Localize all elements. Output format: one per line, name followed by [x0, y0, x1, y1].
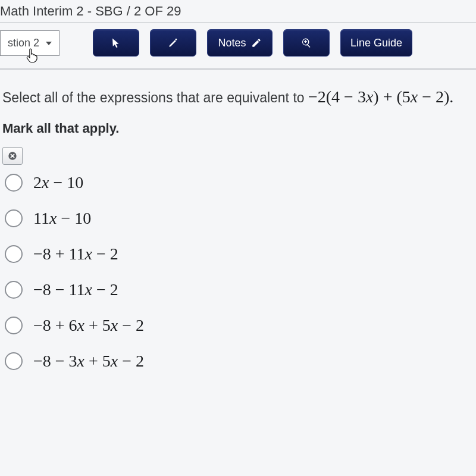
answer-option-6[interactable]: −8 − 3x + 5x − 2 — [5, 352, 476, 371]
line-guide-button[interactable]: Line Guide — [340, 29, 412, 57]
radio-icon — [5, 245, 23, 263]
answer-option-1[interactable]: 2x − 10 — [5, 173, 476, 192]
instruction-text: Mark all that apply. — [2, 121, 476, 136]
clear-answer-button[interactable] — [2, 147, 23, 165]
zoom-in-icon — [301, 37, 312, 48]
prompt-expression: −2(4 − 3x) + (5x − 2). — [308, 87, 453, 106]
line-guide-label: Line Guide — [350, 37, 402, 49]
option-expression: −8 + 11x − 2 — [33, 245, 118, 264]
answer-option-5[interactable]: −8 + 6x + 5x − 2 — [5, 316, 476, 335]
option-expression: −8 − 3x + 5x − 2 — [33, 352, 144, 371]
radio-icon — [5, 174, 23, 192]
toolbar: stion 2 Notes Line Guide — [0, 23, 476, 70]
question-selector-label: stion 2 — [8, 37, 39, 49]
question-content: Select all of the expressions that are e… — [0, 70, 476, 371]
option-expression: −8 + 6x + 5x − 2 — [33, 316, 144, 335]
prompt-prefix: Select all of the expressions that are e… — [2, 90, 308, 105]
pencil-icon — [168, 37, 178, 48]
notes-button[interactable]: Notes — [207, 29, 273, 57]
zoom-button[interactable] — [283, 29, 330, 57]
radio-icon — [5, 352, 23, 370]
option-expression: 2x − 10 — [33, 173, 83, 192]
question-selector-button[interactable]: stion 2 — [0, 30, 60, 56]
radio-icon — [5, 317, 23, 334]
edit-note-icon — [251, 37, 262, 48]
radio-icon — [5, 281, 23, 299]
answer-option-2[interactable]: 11x − 10 — [5, 209, 476, 228]
notes-label: Notes — [218, 37, 246, 49]
chevron-down-icon — [46, 42, 52, 45]
question-prompt: Select all of the expressions that are e… — [2, 87, 476, 107]
hand-cursor-icon — [26, 48, 39, 63]
pointer-icon — [111, 37, 121, 48]
answer-options: 2x − 10 11x − 10 −8 + 11x − 2 −8 − 11x −… — [2, 173, 476, 371]
option-expression: 11x − 10 — [33, 209, 91, 228]
page-title: Math Interim 2 - SBG / 2 OF 29 — [0, 0, 476, 23]
highlighter-tool-button[interactable] — [150, 29, 196, 57]
answer-option-4[interactable]: −8 − 11x − 2 — [5, 280, 476, 299]
answer-option-3[interactable]: −8 + 11x − 2 — [5, 245, 476, 264]
option-expression: −8 − 11x − 2 — [33, 280, 118, 299]
close-circle-icon — [8, 151, 17, 161]
pointer-tool-button[interactable] — [93, 29, 139, 57]
radio-icon — [5, 209, 23, 227]
